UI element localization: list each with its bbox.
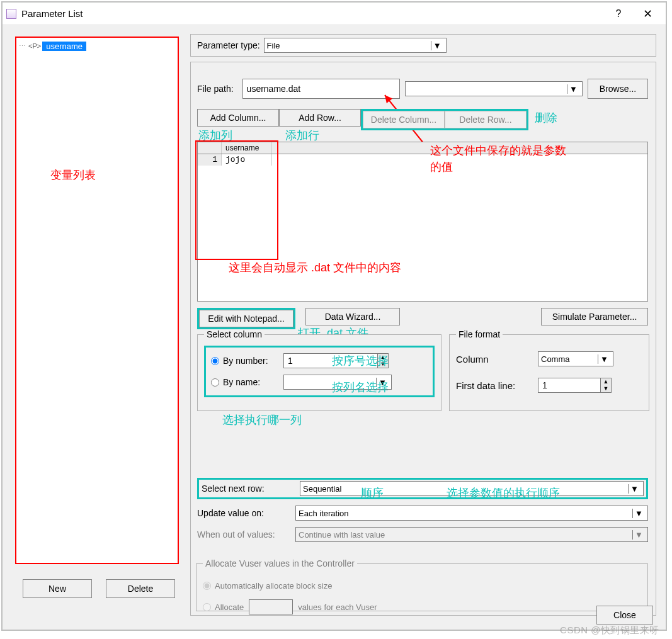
- by-number-radio[interactable]: [211, 357, 219, 365]
- file-path-row: File path: ▼ Browse...: [197, 79, 648, 99]
- bottom-selects: Select next row: Sequential ▼ Update val…: [197, 478, 648, 548]
- window-title: Parameter List: [21, 8, 604, 19]
- when-out-combo: Continue with last value ▼: [295, 527, 648, 542]
- param-type-combo[interactable]: File ▼: [264, 38, 447, 53]
- add-row-button[interactable]: Add Row...: [279, 109, 361, 127]
- select-column-legend: Select column: [204, 329, 265, 339]
- column-delim-combo[interactable]: Comma ▼: [538, 351, 613, 366]
- file-path-combo[interactable]: ▼: [405, 81, 583, 96]
- grid-cell[interactable]: jojo: [222, 154, 272, 166]
- chevron-down-icon: ▼: [598, 354, 610, 364]
- when-out-label: When out of values:: [197, 529, 292, 540]
- parameter-tree[interactable]: ⋯ <P> username: [15, 37, 179, 564]
- param-type-panel: Parameter type: File ▼: [190, 34, 656, 57]
- file-path-label: File path:: [197, 84, 234, 94]
- data-wizard-button[interactable]: Data Wizard...: [305, 308, 400, 325]
- edit-notepad-button[interactable]: Edit with Notepad...: [199, 310, 293, 327]
- add-column-button[interactable]: Add Column...: [197, 109, 279, 127]
- parameter-icon: <P>: [28, 42, 41, 50]
- select-next-row-value: Sequential: [303, 484, 341, 494]
- grid-header-row: username: [198, 142, 647, 154]
- title-bar: Parameter List ? ✕: [3, 3, 666, 25]
- app-icon: [6, 9, 16, 19]
- column-delim-label: Column: [456, 354, 532, 365]
- chevron-down-icon: ▼: [628, 484, 641, 494]
- annotation-row-order: 选择参数值的执行顺序: [447, 485, 560, 500]
- spin-down-icon[interactable]: ▼: [601, 385, 611, 392]
- new-button[interactable]: New: [23, 579, 92, 598]
- file-path-input[interactable]: [242, 79, 400, 99]
- data-grid[interactable]: username 1 jojo: [197, 142, 648, 302]
- grid-row-number: 1: [198, 154, 222, 166]
- alloc-manual-radio: [203, 603, 211, 611]
- browse-button[interactable]: Browse...: [588, 79, 648, 99]
- allocate-legend: Allocate Vuser values in the Controller: [203, 558, 357, 568]
- annotation-add-col: 添加列: [198, 128, 232, 143]
- delete-column-button[interactable]: Delete Column...: [363, 111, 445, 128]
- chevron-down-icon: ▼: [632, 509, 645, 518]
- annotation-file-desc2: 的值: [430, 159, 453, 174]
- annotation-delete: 删除: [535, 110, 557, 125]
- by-number-label: By number:: [223, 356, 280, 366]
- delete-row-button[interactable]: Delete Row...: [445, 111, 527, 128]
- alloc-count-input: [249, 599, 293, 614]
- param-type-value: File: [267, 41, 280, 50]
- update-value-combo[interactable]: Each iteration ▼: [295, 506, 648, 521]
- annotation-by-name: 按列名选择: [332, 380, 389, 395]
- file-format-legend: File format: [456, 329, 503, 339]
- by-name-label: By name:: [223, 377, 280, 387]
- annotation-add-row: 添加行: [285, 128, 319, 143]
- grid-corner: [198, 142, 222, 154]
- first-data-line-spinner[interactable]: ▲▼: [538, 378, 612, 393]
- alloc-auto-label: Automatically allocate block size: [215, 581, 332, 591]
- when-out-row: When out of values: Continue with last v…: [197, 527, 648, 542]
- when-out-value: Continue with last value: [299, 530, 385, 540]
- by-name-radio[interactable]: [211, 378, 219, 387]
- tree-item-username[interactable]: ⋯ <P> username: [19, 40, 175, 52]
- annotation-var-list: 变量列表: [50, 167, 96, 183]
- help-button[interactable]: ?: [604, 4, 633, 24]
- watermark: CSDN @快到锅里来呀: [560, 625, 659, 636]
- by-number-row: By number: ▲▼: [211, 350, 428, 371]
- column-delim-value: Comma: [541, 354, 570, 364]
- close-window-button[interactable]: ✕: [633, 4, 662, 24]
- param-type-label: Parameter type:: [197, 40, 260, 50]
- annotation-by-num: 按序号选择: [332, 353, 389, 368]
- select-next-row-row: Select next row: Sequential ▼: [197, 478, 648, 499]
- alloc-manual-label: Allocate: [215, 602, 244, 612]
- update-value-row: Update value on: Each iteration ▼: [197, 506, 648, 521]
- tree-expand-icon: ⋯: [19, 42, 26, 50]
- select-next-row-label: Select next row:: [202, 483, 296, 494]
- chevron-down-icon: ▼: [567, 84, 579, 94]
- annotation-seq: 顺序: [361, 485, 384, 500]
- update-value-label: Update value on:: [197, 508, 292, 518]
- grid-row[interactable]: 1 jojo: [198, 154, 647, 166]
- annotation-dat-content: 这里会自动显示 .dat 文件中的内容: [229, 260, 401, 275]
- annotation-sel-col: 选择执行哪一列: [222, 412, 302, 427]
- by-name-row: By name: ▼: [211, 371, 428, 393]
- tree-item-label: username: [42, 42, 86, 51]
- update-value-value: Each iteration: [299, 509, 349, 518]
- grid-header-cell: username: [222, 142, 272, 154]
- alloc-auto-radio: [203, 582, 211, 590]
- select-column-group: Select column By number: ▲▼ By name:: [197, 329, 441, 411]
- file-format-group: File format Column Comma ▼ First data li…: [449, 329, 649, 411]
- file-panel: File path: ▼ Browse... Add Column... Add…: [190, 62, 656, 616]
- delete-button[interactable]: Delete: [106, 579, 175, 598]
- first-data-line-input[interactable]: [538, 378, 601, 393]
- simulate-button[interactable]: Simulate Parameter...: [541, 308, 648, 325]
- parameter-list-dialog: Parameter List ? ✕ ⋯ <P> username 变量列表 N…: [1, 1, 667, 631]
- allocate-group: Allocate Vuser values in the Controller …: [196, 558, 648, 611]
- dialog-buttons: Close: [596, 606, 653, 625]
- first-data-line-label: First data line:: [456, 380, 532, 391]
- close-button[interactable]: Close: [596, 606, 653, 625]
- chevron-down-icon: ▼: [632, 530, 645, 540]
- annotation-file-desc1: 这个文件中保存的就是参数: [430, 143, 566, 158]
- alloc-suffix-label: values for each Vuser: [298, 602, 377, 612]
- grid-button-row: Add Column... Add Row... Delete Column..…: [197, 109, 528, 130]
- spin-up-icon[interactable]: ▲: [601, 378, 611, 385]
- tree-button-row: New Delete: [23, 579, 175, 598]
- chevron-down-icon: ▼: [431, 41, 443, 50]
- dialog-body: ⋯ <P> username 变量列表 New Delete Parameter…: [3, 25, 666, 630]
